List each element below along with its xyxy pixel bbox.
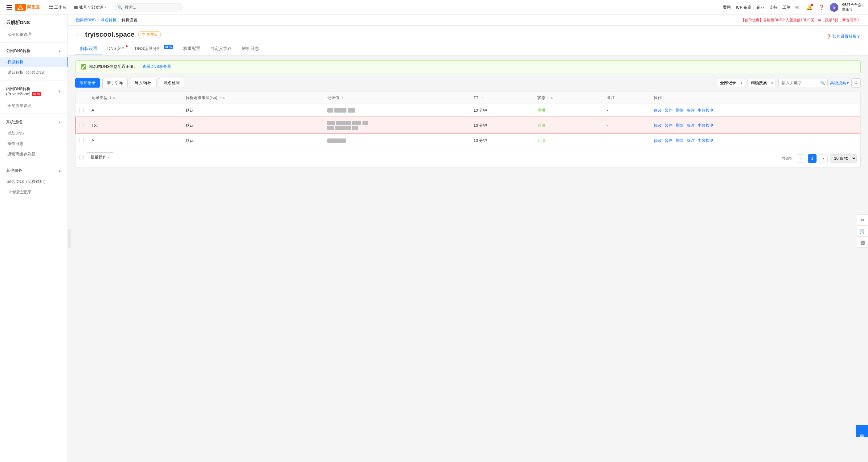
row3-check[interactable]: 生效检测 bbox=[698, 138, 714, 143]
nav-icp[interactable]: ICP 备案 bbox=[736, 5, 751, 10]
row1-pause[interactable]: 暂停 bbox=[664, 108, 673, 113]
float-qr-icon[interactable]: ▦ bbox=[857, 236, 868, 248]
user-info[interactable]: 9527*****@... 主账号 bbox=[842, 3, 864, 12]
tab-resolve-log[interactable]: 解析日志 bbox=[237, 43, 264, 55]
row3-delete[interactable]: 删除 bbox=[676, 138, 684, 143]
prev-page-btn[interactable]: ‹ bbox=[797, 154, 805, 163]
help-icon[interactable]: ❓ bbox=[817, 3, 826, 12]
promo-text: 【低价优惠】云解析DNS个人版最低19块9买一年，跌破5折，新老同享！ bbox=[741, 18, 861, 23]
sidebar-section-public-dns-header[interactable]: 公网DNS解析 ▲ bbox=[0, 45, 67, 57]
sidebar-section-ops-header[interactable]: 系统运维 ▲ bbox=[0, 116, 67, 128]
sidebar-section-ops: 系统运维 ▲ 辅助DNS 操作日志 运营商缓存刷新 bbox=[0, 116, 67, 160]
row2-pause[interactable]: 暂停 bbox=[664, 123, 673, 128]
guide-button[interactable]: 新手引导 bbox=[102, 78, 128, 88]
row3-note-btn[interactable]: 备注 bbox=[687, 138, 695, 143]
view-dns-server-link[interactable]: 查看DNS服务器 bbox=[143, 64, 171, 69]
breadcrumb-dns[interactable]: 云解析DNS bbox=[75, 17, 96, 23]
float-cart-icon[interactable]: 🛒 bbox=[857, 226, 868, 236]
sort-icon-type[interactable]: ℹ bbox=[110, 96, 111, 99]
sidebar-item-global[interactable]: 全局流量管理 bbox=[0, 100, 67, 111]
tab-dns-security[interactable]: DNS安全 bbox=[102, 43, 130, 55]
row3-pause[interactable]: 暂停 bbox=[664, 138, 673, 143]
row1-checkbox[interactable] bbox=[79, 108, 84, 112]
row1-note: - bbox=[603, 104, 650, 117]
domain-check-button[interactable]: 域名检测 bbox=[159, 78, 184, 88]
sidebar-item-aux-dns[interactable]: 辅助DNS bbox=[0, 128, 67, 139]
row1-check[interactable]: 生效检测 bbox=[698, 108, 714, 113]
th-status: 状态 ℹ ⇅ bbox=[533, 92, 603, 104]
total-count: 共3条 bbox=[782, 156, 792, 161]
select-all-checkbox[interactable] bbox=[79, 155, 84, 160]
workbench-btn[interactable]: 工作台 bbox=[45, 5, 70, 10]
logo[interactable]: 阿里云 bbox=[15, 4, 40, 11]
row3-checkbox[interactable] bbox=[79, 138, 84, 142]
row1-delete[interactable]: 删除 bbox=[676, 108, 684, 113]
sidebar-item-op-log[interactable]: 操作日志 bbox=[0, 139, 67, 149]
sidebar-item-instances[interactable]: 实例套餐管理 bbox=[0, 29, 67, 40]
search-icon[interactable]: 🔍 bbox=[820, 81, 825, 85]
sidebar-item-recursive[interactable]: 递归解析（公共DNS） bbox=[0, 67, 67, 78]
tab-weight[interactable]: 权重配置 bbox=[178, 43, 205, 55]
sidebar-item-fusion-dns[interactable]: 融合DNS（免费试用） bbox=[0, 176, 67, 187]
page-1-btn[interactable]: 1 bbox=[808, 154, 816, 163]
new-tag: NEW bbox=[164, 45, 173, 49]
sidebar-section-private-header[interactable]: 内网DNS解析 (PrivateZone)NEW ▼ bbox=[0, 83, 67, 99]
table-settings-icon[interactable]: ⚙ bbox=[851, 78, 861, 88]
bell-icon[interactable]: 🔔 bbox=[805, 3, 814, 12]
back-button[interactable]: ← bbox=[75, 31, 82, 38]
page-size-select[interactable]: 10 条/页 20 条/页 50 条/页 bbox=[830, 154, 857, 163]
hamburger-menu[interactable] bbox=[4, 2, 15, 13]
redacted-block bbox=[327, 121, 335, 125]
promo-link[interactable]: 【低价优惠】云解析DNS个人版最低19块9买一年，跌破5折，新老同享！ bbox=[741, 18, 861, 22]
svg-rect-8 bbox=[74, 7, 78, 8]
advanced-search-btn[interactable]: 高级搜索 ▾ bbox=[830, 80, 849, 86]
redacted-block bbox=[335, 126, 351, 130]
nav-support[interactable]: 支持 bbox=[769, 5, 777, 10]
row1-edit[interactable]: 修改 bbox=[654, 108, 662, 113]
sidebar-collapse-btn[interactable]: ‹ bbox=[67, 229, 71, 248]
row2-check[interactable]: 生效检测 bbox=[698, 123, 714, 128]
float-edit-icon[interactable]: ✏ bbox=[857, 214, 868, 226]
next-page-btn[interactable]: › bbox=[819, 154, 828, 163]
float-feedback-btn[interactable]: 回 bbox=[856, 425, 868, 437]
breadcrumb-domain[interactable]: 域名解析 bbox=[100, 17, 117, 23]
avatar[interactable]: Ie bbox=[830, 3, 838, 12]
setup-help-link[interactable]: ❓ 如何设置解析？ bbox=[827, 34, 861, 39]
sidebar-item-ip-geo[interactable]: IP地理位置库 bbox=[0, 187, 67, 197]
svg-rect-5 bbox=[49, 8, 51, 9]
tab-dns-traffic[interactable]: DNS流量分析 NEW bbox=[130, 42, 179, 55]
row3-note: - bbox=[603, 134, 650, 147]
batch-ops-button[interactable]: 批量操作 ▾ bbox=[86, 152, 114, 162]
row2-delete[interactable]: 删除 bbox=[676, 123, 684, 128]
nav-enterprise[interactable]: 企业 bbox=[756, 5, 765, 10]
row1-note-btn[interactable]: 备注 bbox=[687, 108, 695, 113]
sidebar-item-cache-refresh[interactable]: 运营商缓存刷新 bbox=[0, 149, 67, 160]
add-record-button[interactable]: 添加记录 bbox=[75, 78, 100, 88]
sort-icon-source[interactable]: ℹ bbox=[219, 96, 221, 99]
row3-edit[interactable]: 修改 bbox=[654, 138, 662, 143]
row3-type: A bbox=[88, 134, 182, 147]
resource-menu-btn[interactable]: 账号全部资源 ▾ bbox=[70, 5, 110, 10]
redacted-block bbox=[334, 108, 346, 113]
search-mode-select[interactable]: 精确搜索 bbox=[747, 79, 776, 87]
tab-resolve-settings[interactable]: 解析设置 bbox=[75, 43, 102, 55]
records-table: 记录类型 ℹ ⇅ 解析请求来源(isp) ℹ ⇅ 记录值 bbox=[75, 92, 861, 168]
sidebar-item-authoritative[interactable]: 权威解析 bbox=[0, 57, 67, 67]
row2-note-btn[interactable]: 备注 bbox=[687, 123, 695, 128]
mail-icon[interactable]: ✉ bbox=[793, 3, 801, 12]
info-icon-ttl[interactable]: ℹ bbox=[483, 96, 484, 99]
nav-ticket[interactable]: 工单 bbox=[782, 5, 790, 10]
shield-icon: 🛡 bbox=[142, 32, 145, 37]
tab-custom-line[interactable]: 自定义线路 bbox=[205, 43, 237, 55]
row2-checkbox[interactable] bbox=[79, 123, 84, 127]
record-filter-select[interactable]: 全部记录 bbox=[717, 79, 745, 87]
sidebar-section-other-header[interactable]: 其他服务 ▲ bbox=[0, 165, 67, 176]
search-input[interactable] bbox=[115, 3, 183, 11]
import-export-button[interactable]: 导入/导出 bbox=[130, 78, 157, 88]
nav-fees[interactable]: 费用 bbox=[723, 5, 731, 10]
collapse-arrow-other: ▲ bbox=[58, 169, 61, 172]
th-record-type: 记录类型 ℹ ⇅ bbox=[88, 92, 182, 104]
row2-edit[interactable]: 修改 bbox=[654, 123, 662, 128]
info-icon-value[interactable]: ℹ bbox=[342, 96, 343, 99]
info-icon-status[interactable]: ℹ bbox=[548, 96, 549, 99]
